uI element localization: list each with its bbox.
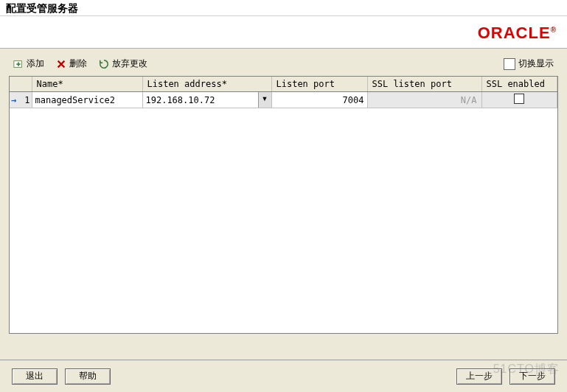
switch-view-checkbox[interactable]: [504, 58, 515, 70]
footer: 退出 帮助 上一步 下一步: [0, 360, 567, 392]
toolbar: 添加 删除 放弃更改 切换显示: [0, 49, 567, 76]
server-table: Name* Listen address* Listen port SSL li…: [9, 76, 558, 334]
add-icon: [13, 59, 24, 69]
cell-listen-port: [271, 92, 367, 108]
cell-ssl-enabled: [481, 92, 557, 108]
delete-label: 删除: [69, 57, 87, 70]
current-row-arrow-icon: →: [11, 95, 16, 105]
row-number: 1: [24, 95, 29, 105]
window-title: 配置受管服务器: [0, 0, 567, 16]
table-row: → 1 ▼ N/A: [10, 92, 557, 108]
col-ssl-enabled[interactable]: SSL enabled: [481, 77, 557, 92]
previous-button[interactable]: 上一步: [456, 368, 502, 385]
name-input[interactable]: [32, 92, 142, 108]
add-button[interactable]: 添加: [13, 57, 44, 70]
delete-button[interactable]: 删除: [56, 57, 87, 70]
next-button[interactable]: 下一步: [509, 368, 555, 385]
row-indicator: → 1: [10, 92, 32, 108]
cell-listen-address: ▼: [142, 92, 271, 108]
ssl-enabled-checkbox[interactable]: [514, 94, 524, 104]
col-name[interactable]: Name*: [32, 77, 142, 92]
header: ORACLE®: [0, 16, 567, 49]
listen-port-input[interactable]: [272, 92, 367, 108]
col-listen-port[interactable]: Listen port: [271, 77, 367, 92]
listen-address-dropdown[interactable]: ▼: [258, 92, 271, 108]
cell-ssl-listen-port: N/A: [367, 92, 481, 108]
discard-label: 放弃更改: [112, 57, 147, 70]
listen-address-input[interactable]: [143, 92, 258, 108]
col-index: [10, 77, 32, 92]
cell-name: [32, 92, 142, 108]
discard-icon: [99, 59, 109, 69]
help-button[interactable]: 帮助: [65, 368, 111, 385]
col-listen-address[interactable]: Listen address*: [142, 77, 271, 92]
add-label: 添加: [27, 57, 44, 70]
col-ssl-listen-port[interactable]: SSL listen port: [367, 77, 481, 92]
oracle-logo: ORACLE®: [478, 24, 557, 43]
discard-button[interactable]: 放弃更改: [99, 57, 147, 70]
switch-view-label: 切换显示: [518, 57, 554, 70]
table-header-row: Name* Listen address* Listen port SSL li…: [10, 77, 557, 92]
delete-icon: [56, 59, 66, 69]
exit-button[interactable]: 退出: [12, 368, 58, 385]
